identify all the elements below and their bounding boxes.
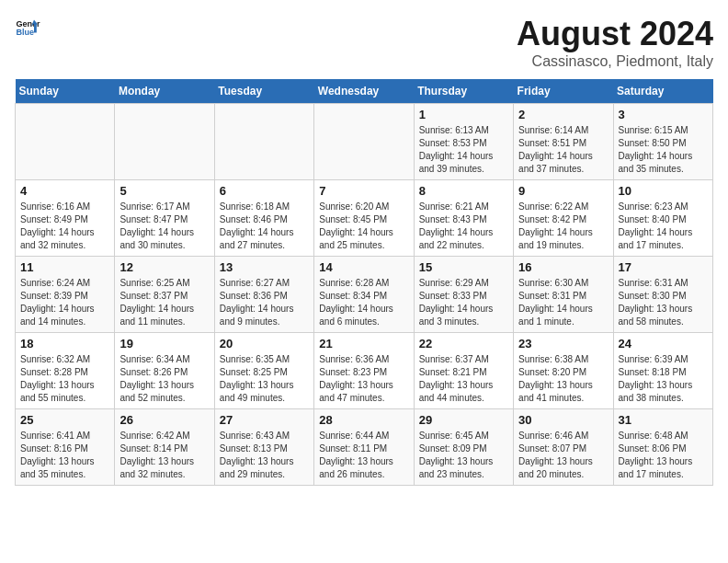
calendar-cell: 17Sunrise: 6:31 AM Sunset: 8:30 PM Dayli…	[613, 257, 712, 333]
day-info: Sunrise: 6:34 AM Sunset: 8:26 PM Dayligh…	[119, 353, 209, 405]
day-number: 19	[119, 337, 209, 350]
day-number: 17	[619, 260, 708, 274]
calendar-cell	[214, 104, 313, 180]
day-number: 26	[119, 413, 209, 427]
column-header-saturday: Saturday	[613, 79, 712, 104]
day-info: Sunrise: 6:15 AM Sunset: 8:50 PM Dayligh…	[619, 124, 708, 176]
calendar-cell: 31Sunrise: 6:48 AM Sunset: 8:06 PM Dayli…	[613, 409, 712, 486]
column-header-sunday: Sunday	[16, 79, 115, 104]
day-number: 25	[20, 413, 109, 427]
calendar-cell: 28Sunrise: 6:44 AM Sunset: 8:11 PM Dayli…	[314, 409, 414, 486]
calendar-week-row: 18Sunrise: 6:32 AM Sunset: 8:28 PM Dayli…	[16, 333, 713, 409]
calendar-cell: 7Sunrise: 6:20 AM Sunset: 8:45 PM Daylig…	[314, 180, 414, 257]
calendar-cell	[314, 104, 414, 180]
day-number: 23	[518, 337, 608, 350]
calendar-cell: 24Sunrise: 6:39 AM Sunset: 8:18 PM Dayli…	[613, 333, 712, 409]
calendar-week-row: 1Sunrise: 6:13 AM Sunset: 8:53 PM Daylig…	[16, 104, 713, 180]
calendar-cell: 5Sunrise: 6:17 AM Sunset: 8:47 PM Daylig…	[115, 180, 214, 257]
day-number: 4	[20, 184, 109, 198]
day-info: Sunrise: 6:45 AM Sunset: 8:09 PM Dayligh…	[419, 430, 508, 481]
column-header-monday: Monday	[115, 79, 214, 104]
calendar-cell: 16Sunrise: 6:30 AM Sunset: 8:31 PM Dayli…	[514, 257, 613, 333]
day-info: Sunrise: 6:32 AM Sunset: 8:28 PM Dayligh…	[20, 353, 109, 405]
day-number: 10	[619, 184, 708, 198]
day-number: 2	[518, 108, 608, 121]
day-info: Sunrise: 6:22 AM Sunset: 8:42 PM Dayligh…	[518, 201, 608, 252]
day-info: Sunrise: 6:17 AM Sunset: 8:47 PM Dayligh…	[119, 201, 209, 252]
calendar-cell: 14Sunrise: 6:28 AM Sunset: 8:34 PM Dayli…	[314, 257, 414, 333]
calendar-cell: 21Sunrise: 6:36 AM Sunset: 8:23 PM Dayli…	[314, 333, 414, 409]
calendar-header-row: SundayMondayTuesdayWednesdayThursdayFrid…	[16, 79, 713, 104]
day-number: 28	[319, 413, 408, 427]
day-info: Sunrise: 6:25 AM Sunset: 8:37 PM Dayligh…	[119, 277, 209, 328]
calendar-cell: 2Sunrise: 6:14 AM Sunset: 8:51 PM Daylig…	[514, 104, 613, 180]
calendar-cell: 30Sunrise: 6:46 AM Sunset: 8:07 PM Dayli…	[514, 409, 613, 486]
calendar-cell	[16, 104, 115, 180]
logo: General Blue	[15, 15, 40, 40]
day-number: 5	[119, 184, 209, 198]
day-info: Sunrise: 6:42 AM Sunset: 8:14 PM Dayligh…	[119, 430, 209, 481]
day-info: Sunrise: 6:31 AM Sunset: 8:30 PM Dayligh…	[619, 277, 708, 328]
calendar-cell: 20Sunrise: 6:35 AM Sunset: 8:25 PM Dayli…	[214, 333, 313, 409]
day-number: 12	[119, 260, 209, 274]
column-header-friday: Friday	[514, 79, 613, 104]
calendar-cell: 1Sunrise: 6:13 AM Sunset: 8:53 PM Daylig…	[414, 104, 513, 180]
day-info: Sunrise: 6:23 AM Sunset: 8:40 PM Dayligh…	[619, 201, 708, 252]
day-number: 1	[419, 108, 508, 121]
calendar-cell: 11Sunrise: 6:24 AM Sunset: 8:39 PM Dayli…	[16, 257, 115, 333]
logo-icon: General Blue	[15, 15, 40, 40]
page-subtitle: Cassinasco, Piedmont, Italy	[517, 53, 713, 70]
day-info: Sunrise: 6:43 AM Sunset: 8:13 PM Dayligh…	[220, 430, 309, 481]
day-info: Sunrise: 6:44 AM Sunset: 8:11 PM Dayligh…	[319, 430, 408, 481]
calendar-cell: 4Sunrise: 6:16 AM Sunset: 8:49 PM Daylig…	[16, 180, 115, 257]
day-info: Sunrise: 6:27 AM Sunset: 8:36 PM Dayligh…	[220, 277, 309, 328]
day-number: 14	[319, 260, 408, 274]
day-number: 8	[419, 184, 508, 198]
day-info: Sunrise: 6:28 AM Sunset: 8:34 PM Dayligh…	[319, 277, 408, 328]
calendar-cell: 15Sunrise: 6:29 AM Sunset: 8:33 PM Dayli…	[414, 257, 513, 333]
day-info: Sunrise: 6:16 AM Sunset: 8:49 PM Dayligh…	[20, 201, 109, 252]
calendar-cell: 26Sunrise: 6:42 AM Sunset: 8:14 PM Dayli…	[115, 409, 214, 486]
calendar-cell: 8Sunrise: 6:21 AM Sunset: 8:43 PM Daylig…	[414, 180, 513, 257]
day-info: Sunrise: 6:14 AM Sunset: 8:51 PM Dayligh…	[518, 124, 608, 176]
calendar-cell: 10Sunrise: 6:23 AM Sunset: 8:40 PM Dayli…	[613, 180, 712, 257]
page-header: General Blue August 2024 Cassinasco, Pie…	[15, 15, 713, 70]
day-number: 31	[619, 413, 708, 427]
day-number: 30	[518, 413, 608, 427]
day-info: Sunrise: 6:18 AM Sunset: 8:46 PM Dayligh…	[220, 201, 309, 252]
calendar-cell: 25Sunrise: 6:41 AM Sunset: 8:16 PM Dayli…	[16, 409, 115, 486]
calendar-week-row: 4Sunrise: 6:16 AM Sunset: 8:49 PM Daylig…	[16, 180, 713, 257]
calendar-cell: 27Sunrise: 6:43 AM Sunset: 8:13 PM Dayli…	[214, 409, 313, 486]
day-number: 22	[419, 337, 508, 350]
page-title: August 2024	[517, 15, 713, 53]
day-number: 7	[319, 184, 408, 198]
day-number: 27	[220, 413, 309, 427]
day-info: Sunrise: 6:36 AM Sunset: 8:23 PM Dayligh…	[319, 353, 408, 405]
day-info: Sunrise: 6:13 AM Sunset: 8:53 PM Dayligh…	[419, 124, 508, 176]
column-header-tuesday: Tuesday	[214, 79, 313, 104]
day-info: Sunrise: 6:20 AM Sunset: 8:45 PM Dayligh…	[319, 201, 408, 252]
day-info: Sunrise: 6:37 AM Sunset: 8:21 PM Dayligh…	[419, 353, 508, 405]
calendar-cell: 12Sunrise: 6:25 AM Sunset: 8:37 PM Dayli…	[115, 257, 214, 333]
day-number: 18	[20, 337, 109, 350]
day-number: 29	[419, 413, 508, 427]
calendar-table: SundayMondayTuesdayWednesdayThursdayFrid…	[15, 79, 713, 486]
calendar-cell: 23Sunrise: 6:38 AM Sunset: 8:20 PM Dayli…	[514, 333, 613, 409]
day-info: Sunrise: 6:24 AM Sunset: 8:39 PM Dayligh…	[20, 277, 109, 328]
calendar-cell: 3Sunrise: 6:15 AM Sunset: 8:50 PM Daylig…	[613, 104, 712, 180]
calendar-cell: 29Sunrise: 6:45 AM Sunset: 8:09 PM Dayli…	[414, 409, 513, 486]
day-number: 20	[220, 337, 309, 350]
calendar-cell: 9Sunrise: 6:22 AM Sunset: 8:42 PM Daylig…	[514, 180, 613, 257]
calendar-cell: 22Sunrise: 6:37 AM Sunset: 8:21 PM Dayli…	[414, 333, 513, 409]
day-info: Sunrise: 6:46 AM Sunset: 8:07 PM Dayligh…	[518, 430, 608, 481]
calendar-week-row: 11Sunrise: 6:24 AM Sunset: 8:39 PM Dayli…	[16, 257, 713, 333]
calendar-cell: 18Sunrise: 6:32 AM Sunset: 8:28 PM Dayli…	[16, 333, 115, 409]
column-header-wednesday: Wednesday	[314, 79, 414, 104]
day-info: Sunrise: 6:29 AM Sunset: 8:33 PM Dayligh…	[419, 277, 508, 328]
day-number: 3	[619, 108, 708, 121]
day-number: 16	[518, 260, 608, 274]
day-number: 13	[220, 260, 309, 274]
calendar-week-row: 25Sunrise: 6:41 AM Sunset: 8:16 PM Dayli…	[16, 409, 713, 486]
day-info: Sunrise: 6:38 AM Sunset: 8:20 PM Dayligh…	[518, 353, 608, 405]
day-info: Sunrise: 6:30 AM Sunset: 8:31 PM Dayligh…	[518, 277, 608, 328]
